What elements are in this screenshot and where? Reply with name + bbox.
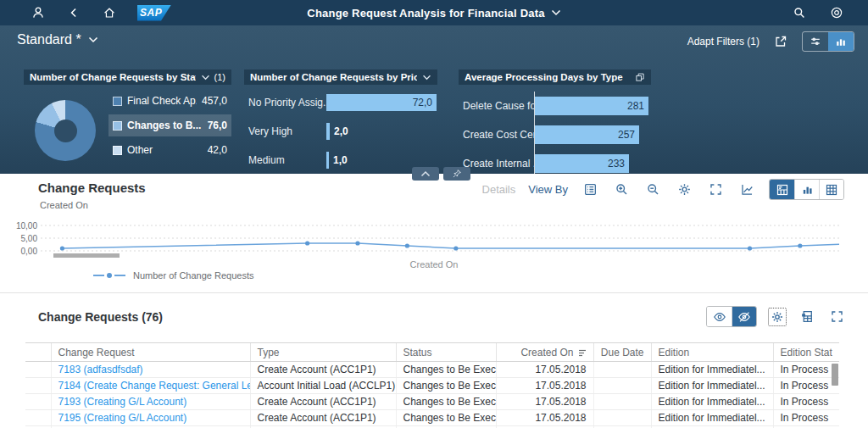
legend-label: Changes to B... (127, 120, 203, 131)
column-header-status[interactable]: Status (396, 343, 496, 362)
bar[interactable]: 257 (535, 125, 639, 144)
export-spreadsheet-button[interactable] (798, 308, 816, 326)
change-request-link[interactable]: 7183 (adfasdfsdaf) (58, 364, 143, 375)
select-column-header[interactable] (25, 343, 51, 362)
column-header-due-date[interactable]: Due Date (593, 343, 651, 362)
row-selector-cell[interactable] (25, 394, 51, 410)
data-point[interactable] (405, 243, 409, 247)
view-by-button[interactable]: View By (528, 183, 568, 196)
change-request-link[interactable]: 7193 (Creating G/L Account) (58, 396, 187, 408)
table-view-button[interactable] (819, 180, 843, 199)
line-chart[interactable] (41, 219, 839, 258)
kpi-card-status-header[interactable]: Number of Change Requests by Status (1) (24, 69, 231, 85)
chevron-down-icon[interactable] (201, 75, 210, 81)
search-icon[interactable] (792, 5, 807, 20)
bar-row[interactable]: Create Cost Cen...257 (463, 120, 648, 149)
kpi-card-processing-header[interactable]: Average Processing Days by Type (459, 69, 651, 85)
data-point[interactable] (305, 241, 309, 245)
row-selector-cell[interactable] (25, 362, 51, 378)
toggle-visual-filters-button[interactable] (828, 32, 854, 51)
data-point[interactable] (355, 241, 359, 245)
table-row[interactable]: 7195 (Creating G/L Account)Create Accoun… (25, 410, 839, 426)
chart-settings-button[interactable] (675, 181, 693, 199)
trend-chart-button[interactable] (737, 181, 756, 199)
bar[interactable]: 72,0 (326, 94, 437, 111)
kpi-card-priority-header[interactable]: Number of Change Requests by Priority (244, 69, 437, 85)
kpi-card-status-title: Number of Change Requests by Status (30, 72, 196, 82)
bar-label: Create Internal ... (463, 158, 534, 170)
bar-track: 2,0 (326, 117, 435, 146)
column-header-edition-status[interactable]: Edition Stat (773, 343, 839, 362)
bar-row[interactable]: No Priority Assig...72,0 (248, 88, 435, 117)
bar-track: 281 (534, 92, 648, 120)
table-row[interactable]: 7183 (adfasdfsdaf)Create Account (ACC1P1… (25, 362, 839, 378)
cell-edition-status: In Process (773, 394, 839, 410)
column-header-change-request[interactable]: Change Request (51, 343, 250, 362)
bar-row[interactable]: Medium1,0 (248, 146, 435, 175)
variant-selector[interactable]: Standard * (17, 32, 98, 47)
data-point[interactable] (453, 246, 458, 250)
zoom-out-button[interactable] (643, 181, 662, 199)
data-point[interactable] (748, 246, 752, 250)
cell-change-request[interactable]: 7184 (Create Change Request: General Led… (51, 378, 250, 394)
bar-value: 257 (618, 129, 639, 141)
legend-label: Other (127, 144, 203, 156)
pin-header-button[interactable] (443, 167, 470, 181)
copilot-icon[interactable] (829, 5, 844, 20)
change-request-link[interactable]: 7184 (Create Change Request: General Led… (58, 380, 251, 392)
data-point[interactable] (60, 246, 64, 250)
cell-edition-status: In Process (773, 362, 839, 378)
table-scrollbar[interactable] (831, 361, 839, 428)
bar[interactable] (326, 123, 330, 140)
table-row[interactable]: 7184 (Create Change Request: General Led… (25, 378, 839, 394)
legend-item[interactable]: Other42,0 (108, 139, 231, 161)
chart-fullscreen-button[interactable] (706, 181, 725, 199)
chart-scrollbar-thumb[interactable] (53, 253, 120, 258)
cell-type: Create Account (ACC1P1) (250, 362, 396, 378)
bar[interactable]: 233 (535, 154, 629, 173)
cell-change-request[interactable]: 7183 (adfasdfsdaf) (51, 362, 250, 378)
show-details-button[interactable] (707, 307, 732, 326)
kpi-card-priority[interactable]: Number of Change Requests by Priority No… (244, 69, 437, 85)
toggle-adapt-filters-button[interactable] (803, 32, 828, 51)
chart-type-toggle (769, 179, 844, 200)
zoom-in-button[interactable] (612, 181, 631, 199)
chart-table-view-button[interactable] (770, 180, 794, 199)
zoom-out-icon (646, 182, 660, 197)
cell-status: Changes to Be Exec... (396, 410, 496, 426)
bar[interactable]: 281 (535, 97, 648, 115)
cell-edition-status: In Process (773, 410, 839, 426)
table-settings-button[interactable] (768, 308, 787, 326)
change-request-link[interactable]: 7195 (Creating G/L Account) (58, 412, 187, 424)
table-fullscreen-button[interactable] (827, 308, 846, 326)
row-selector-cell[interactable] (25, 378, 51, 394)
column-header-type[interactable]: Type (250, 343, 396, 362)
data-point[interactable] (798, 243, 802, 247)
table-row[interactable]: 7193 (Creating G/L Account)Create Accoun… (25, 394, 839, 410)
row-selector-cell[interactable] (25, 410, 51, 426)
show-legend-button[interactable] (581, 181, 599, 199)
column-header-created-on[interactable]: Created On (496, 343, 593, 362)
cell-created-on: 17.05.2018 (496, 362, 593, 378)
details-button[interactable]: Details (482, 183, 516, 196)
share-icon[interactable] (773, 34, 788, 49)
kpi-card-processing[interactable]: Average Processing Days by Type Delete C… (459, 69, 651, 85)
column-header-edition[interactable]: Edition (651, 343, 773, 362)
legend-item[interactable]: Changes to B...76,0 (108, 114, 231, 136)
hide-details-button[interactable] (732, 307, 756, 326)
cell-change-request[interactable]: 7195 (Creating G/L Account) (51, 410, 250, 426)
legend-item[interactable]: Final Check Ap...457,0 (108, 90, 231, 112)
bar-row[interactable]: Very High2,0 (248, 117, 435, 146)
chevron-down-icon[interactable] (422, 75, 431, 81)
bar[interactable] (326, 152, 329, 169)
app-title-menu[interactable]: Change Request Analysis for Financial Da… (0, 0, 868, 25)
collapse-header-button[interactable] (412, 167, 439, 181)
adapt-filters-button[interactable]: Adapt Filters (1) (687, 36, 760, 47)
bar-row[interactable]: Delete Cause fo...281 (463, 92, 648, 120)
duplicate-window-icon[interactable] (635, 72, 645, 82)
bar-value: 233 (608, 158, 629, 170)
table-scrollbar-thumb[interactable] (832, 364, 838, 386)
chart-view-button[interactable] (794, 180, 819, 199)
kpi-card-status[interactable]: Number of Change Requests by Status (1) … (24, 69, 231, 85)
cell-change-request[interactable]: 7193 (Creating G/L Account) (51, 394, 250, 410)
